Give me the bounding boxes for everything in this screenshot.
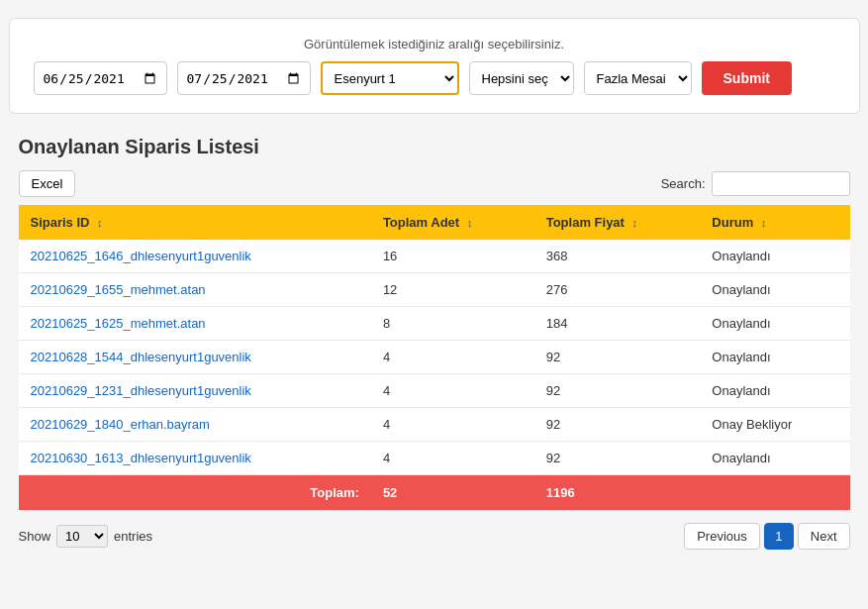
siparis-link[interactable]: 20210630_1613_dhlesenyurt1guvenlik [31, 451, 251, 465]
table-row: 20210625_1625_mehmet.atan8184Onaylandı [19, 307, 850, 341]
siparis-link[interactable]: 20210625_1625_mehmet.atan [31, 316, 206, 331]
sort-icon-adet: ↕ [467, 217, 473, 229]
cell-adet: 4 [371, 408, 534, 442]
page-1-button[interactable]: 1 [764, 523, 794, 550]
sort-icon-durum: ↕ [761, 217, 767, 229]
col-toplam-fiyat[interactable]: Toplam Fiyat ↕ [534, 205, 701, 240]
cell-fiyat: 92 [534, 374, 701, 408]
cell-fiyat: 92 [534, 341, 701, 374]
col-siparis-id[interactable]: Siparis ID ↕ [19, 205, 371, 240]
date-from-input[interactable] [34, 61, 167, 95]
siparis-link[interactable]: 20210629_1655_mehmet.atan [31, 282, 206, 297]
table-row: 20210629_1655_mehmet.atan12276Onaylandı [19, 273, 850, 307]
filter-hint: Görüntülemek istediğiniz aralığı seçebil… [34, 37, 835, 51]
col-toplam-adet[interactable]: Toplam Adet ↕ [371, 205, 534, 240]
cell-fiyat: 276 [534, 273, 701, 307]
cell-fiyat: 368 [534, 240, 701, 273]
cell-durum: Onaylandı [700, 442, 849, 475]
search-label: Search: [661, 176, 706, 191]
total-durum [700, 475, 849, 511]
excel-button[interactable]: Excel [19, 170, 76, 197]
cell-siparis-id: 20210629_1655_mehmet.atan [19, 273, 371, 307]
cell-fiyat: 92 [534, 442, 701, 475]
total-row: Toplam:521196 [19, 475, 850, 511]
cell-siparis-id: 20210629_1840_erhan.bayram [19, 408, 371, 442]
search-input[interactable] [712, 171, 850, 196]
previous-button[interactable]: Previous [684, 523, 760, 550]
total-fiyat: 1196 [534, 475, 701, 511]
next-button[interactable]: Next [798, 523, 850, 550]
type-select[interactable]: Fazla Mesai Normal Hepsi [584, 61, 692, 95]
cell-durum: Onaylandı [700, 341, 849, 374]
table-row: 20210630_1613_dhlesenyurt1guvenlik492Ona… [19, 442, 850, 475]
sort-icon-fiyat: ↕ [632, 217, 638, 229]
entries-select[interactable]: 10 25 50 100 [56, 525, 108, 548]
table-row: 20210628_1544_dhlesenyurt1guvenlik492Ona… [19, 341, 850, 374]
table-row: 20210629_1231_dhlesenyurt1guvenlik492Ona… [19, 374, 850, 408]
col-durum[interactable]: Durum ↕ [700, 205, 849, 240]
cell-adet: 4 [371, 341, 534, 374]
cell-adet: 8 [371, 307, 534, 341]
cell-siparis-id: 20210625_1646_dhlesenyurt1guvenlik [19, 240, 371, 273]
cell-durum: Onay Bekliyor [700, 408, 849, 442]
submit-button[interactable]: Submit [702, 61, 792, 95]
sort-icon-siparis: ↕ [97, 217, 103, 229]
section-title: Onaylanan Siparis Listesi [19, 136, 850, 158]
siparis-link[interactable]: 20210625_1646_dhlesenyurt1guvenlik [31, 249, 251, 263]
siparis-link[interactable]: 20210629_1840_erhan.bayram [31, 417, 210, 432]
entries-label: entries [114, 529, 152, 544]
table-row: 20210625_1646_dhlesenyurt1guvenlik16368O… [19, 240, 850, 273]
cell-adet: 4 [371, 442, 534, 475]
cell-siparis-id: 20210630_1613_dhlesenyurt1guvenlik [19, 442, 371, 475]
cell-durum: Onaylandı [700, 374, 849, 408]
category-select[interactable]: Hepsini seç Kategori 1 Kategori 2 [469, 61, 574, 95]
cell-fiyat: 92 [534, 408, 701, 442]
cell-siparis-id: 20210628_1544_dhlesenyurt1guvenlik [19, 341, 371, 374]
total-adet: 52 [371, 475, 534, 511]
location-select[interactable]: Esenyurt 1 Esenyurt 2 Tüm Lokasyonlar [321, 61, 459, 95]
siparis-link[interactable]: 20210629_1231_dhlesenyurt1guvenlik [31, 383, 251, 398]
cell-durum: Onaylandı [700, 307, 849, 341]
siparis-link[interactable]: 20210628_1544_dhlesenyurt1guvenlik [31, 350, 251, 364]
orders-table: Siparis ID ↕ Toplam Adet ↕ Toplam Fiyat … [19, 205, 850, 511]
cell-adet: 12 [371, 273, 534, 307]
pagination: Previous 1 Next [684, 523, 849, 550]
date-to-input[interactable] [177, 61, 311, 95]
cell-siparis-id: 20210625_1625_mehmet.atan [19, 307, 371, 341]
cell-durum: Onaylandı [700, 273, 849, 307]
cell-durum: Onaylandı [700, 240, 849, 273]
cell-adet: 4 [371, 374, 534, 408]
cell-siparis-id: 20210629_1231_dhlesenyurt1guvenlik [19, 374, 371, 408]
show-label: Show [19, 529, 51, 544]
total-label: Toplam: [19, 475, 371, 511]
table-row: 20210629_1840_erhan.bayram492Onay Bekliy… [19, 408, 850, 442]
cell-adet: 16 [371, 240, 534, 273]
cell-fiyat: 184 [534, 307, 701, 341]
